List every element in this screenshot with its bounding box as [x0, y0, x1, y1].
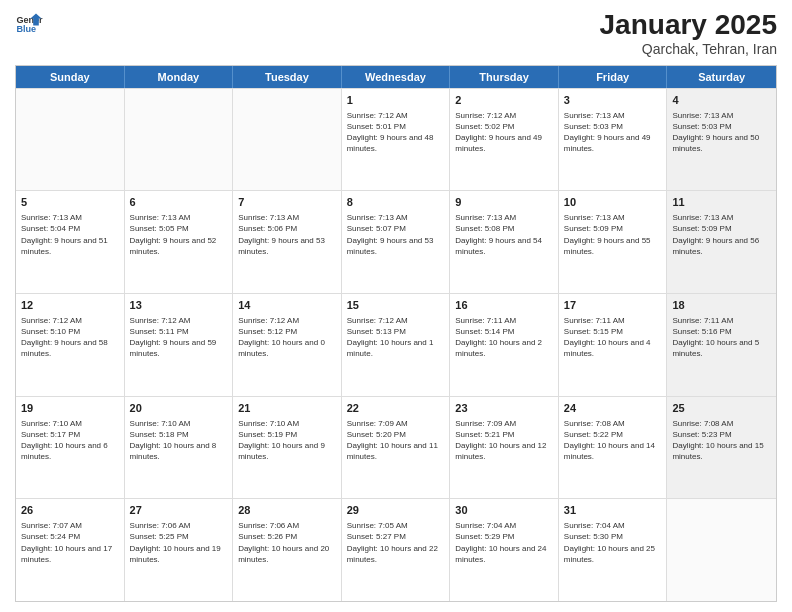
calendar-cell: 14Sunrise: 7:12 AMSunset: 5:12 PMDayligh… — [233, 294, 342, 396]
cell-info: Sunrise: 7:10 AM — [130, 418, 228, 429]
logo: General Blue — [15, 10, 43, 38]
week-row-3: 12Sunrise: 7:12 AMSunset: 5:10 PMDayligh… — [16, 293, 776, 396]
cell-info: Daylight: 9 hours and 49 minutes. — [564, 132, 662, 154]
header: General Blue January 2025 Qarchak, Tehra… — [15, 10, 777, 57]
cell-info: Daylight: 9 hours and 54 minutes. — [455, 235, 553, 257]
cell-info: Sunset: 5:07 PM — [347, 223, 445, 234]
header-day-sunday: Sunday — [16, 66, 125, 88]
day-number: 2 — [455, 93, 553, 108]
calendar-subtitle: Qarchak, Tehran, Iran — [600, 41, 777, 57]
day-number: 10 — [564, 195, 662, 210]
cell-info: Sunset: 5:18 PM — [130, 429, 228, 440]
cell-info: Sunset: 5:09 PM — [672, 223, 771, 234]
calendar-header: SundayMondayTuesdayWednesdayThursdayFrid… — [16, 66, 776, 88]
cell-info: Sunset: 5:30 PM — [564, 531, 662, 542]
header-day-monday: Monday — [125, 66, 234, 88]
cell-info: Daylight: 9 hours and 56 minutes. — [672, 235, 771, 257]
cell-info: Daylight: 10 hours and 4 minutes. — [564, 337, 662, 359]
calendar-cell: 22Sunrise: 7:09 AMSunset: 5:20 PMDayligh… — [342, 397, 451, 499]
cell-info: Sunrise: 7:11 AM — [564, 315, 662, 326]
day-number: 20 — [130, 401, 228, 416]
calendar-cell: 23Sunrise: 7:09 AMSunset: 5:21 PMDayligh… — [450, 397, 559, 499]
cell-info: Daylight: 10 hours and 0 minutes. — [238, 337, 336, 359]
cell-info: Sunset: 5:12 PM — [238, 326, 336, 337]
cell-info: Sunrise: 7:12 AM — [130, 315, 228, 326]
calendar-cell: 24Sunrise: 7:08 AMSunset: 5:22 PMDayligh… — [559, 397, 668, 499]
cell-info: Sunset: 5:26 PM — [238, 531, 336, 542]
cell-info: Daylight: 9 hours and 53 minutes. — [238, 235, 336, 257]
cell-info: Sunrise: 7:11 AM — [672, 315, 771, 326]
cell-info: Daylight: 10 hours and 25 minutes. — [564, 543, 662, 565]
calendar-cell: 13Sunrise: 7:12 AMSunset: 5:11 PMDayligh… — [125, 294, 234, 396]
cell-info: Sunset: 5:14 PM — [455, 326, 553, 337]
cell-info: Daylight: 10 hours and 1 minute. — [347, 337, 445, 359]
cell-info: Sunrise: 7:13 AM — [21, 212, 119, 223]
cell-info: Sunset: 5:16 PM — [672, 326, 771, 337]
cell-info: Sunrise: 7:13 AM — [672, 212, 771, 223]
cell-info: Daylight: 9 hours and 58 minutes. — [21, 337, 119, 359]
cell-info: Sunrise: 7:12 AM — [347, 110, 445, 121]
title-block: January 2025 Qarchak, Tehran, Iran — [600, 10, 777, 57]
day-number: 13 — [130, 298, 228, 313]
calendar-cell: 17Sunrise: 7:11 AMSunset: 5:15 PMDayligh… — [559, 294, 668, 396]
cell-info: Sunrise: 7:13 AM — [672, 110, 771, 121]
cell-info: Sunrise: 7:13 AM — [130, 212, 228, 223]
day-number: 1 — [347, 93, 445, 108]
cell-info: Daylight: 10 hours and 12 minutes. — [455, 440, 553, 462]
calendar-cell: 4Sunrise: 7:13 AMSunset: 5:03 PMDaylight… — [667, 89, 776, 191]
cell-info: Sunset: 5:04 PM — [21, 223, 119, 234]
calendar-cell: 3Sunrise: 7:13 AMSunset: 5:03 PMDaylight… — [559, 89, 668, 191]
day-number: 31 — [564, 503, 662, 518]
day-number: 22 — [347, 401, 445, 416]
day-number: 17 — [564, 298, 662, 313]
day-number: 25 — [672, 401, 771, 416]
cell-info: Sunrise: 7:13 AM — [455, 212, 553, 223]
cell-info: Daylight: 10 hours and 14 minutes. — [564, 440, 662, 462]
calendar-cell: 12Sunrise: 7:12 AMSunset: 5:10 PMDayligh… — [16, 294, 125, 396]
cell-info: Sunrise: 7:06 AM — [130, 520, 228, 531]
cell-info: Sunrise: 7:09 AM — [455, 418, 553, 429]
cell-info: Sunrise: 7:12 AM — [347, 315, 445, 326]
cell-info: Sunrise: 7:04 AM — [455, 520, 553, 531]
cell-info: Sunrise: 7:07 AM — [21, 520, 119, 531]
day-number: 27 — [130, 503, 228, 518]
cell-info: Daylight: 10 hours and 9 minutes. — [238, 440, 336, 462]
day-number: 21 — [238, 401, 336, 416]
header-day-saturday: Saturday — [667, 66, 776, 88]
cell-info: Daylight: 10 hours and 22 minutes. — [347, 543, 445, 565]
day-number: 6 — [130, 195, 228, 210]
day-number: 16 — [455, 298, 553, 313]
cell-info: Sunset: 5:03 PM — [672, 121, 771, 132]
cell-info: Daylight: 10 hours and 5 minutes. — [672, 337, 771, 359]
cell-info: Daylight: 9 hours and 50 minutes. — [672, 132, 771, 154]
week-row-5: 26Sunrise: 7:07 AMSunset: 5:24 PMDayligh… — [16, 498, 776, 601]
cell-info: Daylight: 9 hours and 51 minutes. — [21, 235, 119, 257]
calendar-cell: 29Sunrise: 7:05 AMSunset: 5:27 PMDayligh… — [342, 499, 451, 601]
cell-info: Sunset: 5:22 PM — [564, 429, 662, 440]
cell-info: Sunrise: 7:13 AM — [564, 212, 662, 223]
calendar-cell: 28Sunrise: 7:06 AMSunset: 5:26 PMDayligh… — [233, 499, 342, 601]
day-number: 7 — [238, 195, 336, 210]
cell-info: Sunset: 5:03 PM — [564, 121, 662, 132]
cell-info: Daylight: 9 hours and 53 minutes. — [347, 235, 445, 257]
day-number: 4 — [672, 93, 771, 108]
day-number: 8 — [347, 195, 445, 210]
cell-info: Sunset: 5:10 PM — [21, 326, 119, 337]
calendar-cell: 18Sunrise: 7:11 AMSunset: 5:16 PMDayligh… — [667, 294, 776, 396]
day-number: 30 — [455, 503, 553, 518]
cell-info: Sunset: 5:05 PM — [130, 223, 228, 234]
svg-text:General: General — [16, 15, 43, 25]
calendar-cell: 27Sunrise: 7:06 AMSunset: 5:25 PMDayligh… — [125, 499, 234, 601]
day-number: 15 — [347, 298, 445, 313]
calendar-cell: 9Sunrise: 7:13 AMSunset: 5:08 PMDaylight… — [450, 191, 559, 293]
cell-info: Sunset: 5:15 PM — [564, 326, 662, 337]
calendar-cell: 15Sunrise: 7:12 AMSunset: 5:13 PMDayligh… — [342, 294, 451, 396]
calendar-cell: 10Sunrise: 7:13 AMSunset: 5:09 PMDayligh… — [559, 191, 668, 293]
cell-info: Sunrise: 7:10 AM — [21, 418, 119, 429]
cell-info: Sunset: 5:02 PM — [455, 121, 553, 132]
day-number: 14 — [238, 298, 336, 313]
cell-info: Sunset: 5:11 PM — [130, 326, 228, 337]
calendar-cell: 26Sunrise: 7:07 AMSunset: 5:24 PMDayligh… — [16, 499, 125, 601]
logo-icon: General Blue — [15, 10, 43, 38]
cell-info: Daylight: 10 hours and 6 minutes. — [21, 440, 119, 462]
